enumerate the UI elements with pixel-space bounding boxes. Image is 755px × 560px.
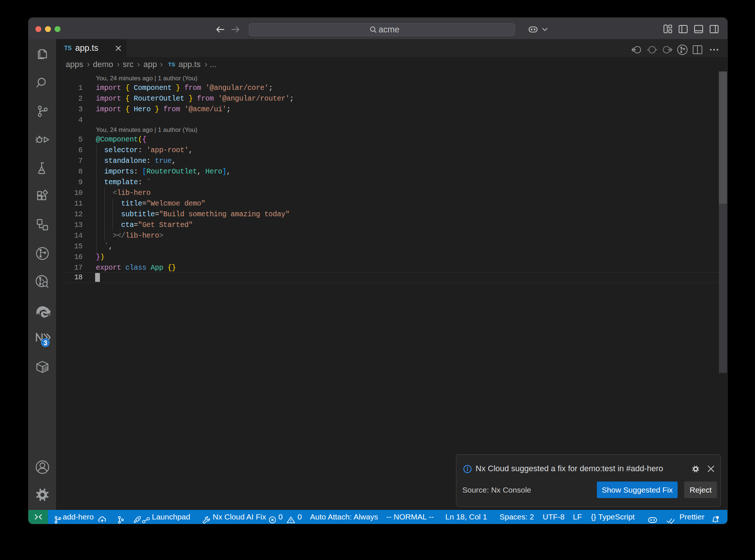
svg-text:3: 3 [44, 339, 47, 347]
